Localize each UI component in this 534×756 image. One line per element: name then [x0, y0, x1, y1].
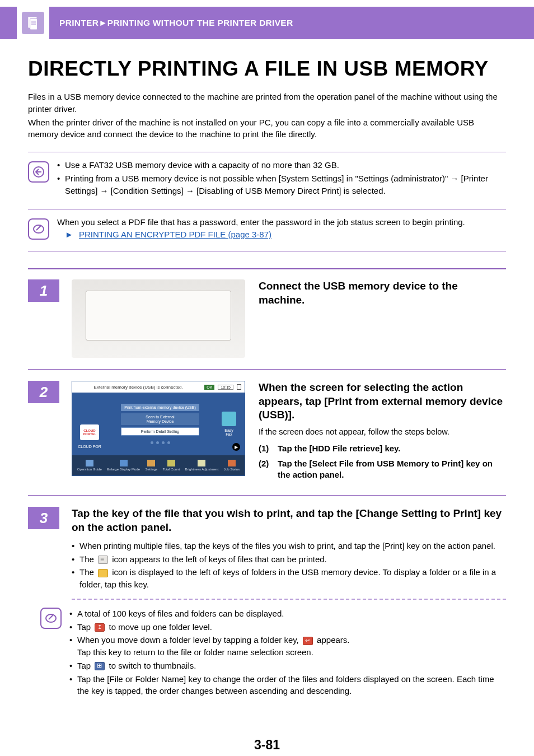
bot-job-status: Job Status: [224, 460, 240, 471]
bot-brightness: Brightness Adjustment: [185, 460, 219, 471]
step-1-heading: Connect the USB memory device to the mac…: [259, 279, 506, 307]
cloud-portal-icon: CLOUDPORTAL: [80, 424, 99, 440]
step-3-note-4: Tap to switch to thumbnails.: [69, 660, 506, 672]
step-2-sub: If the screen does not appear, follow th…: [259, 426, 506, 437]
folder-up-icon: [95, 623, 105, 632]
step-3-heading: Tap the key of the file that you wish to…: [72, 507, 506, 534]
easy-fax-label: EasyFax: [224, 428, 233, 436]
dashed-separator: [72, 599, 506, 600]
step-2: 2 External memory device (USB) is connec…: [28, 381, 506, 484]
panel-time: 10:15: [218, 385, 233, 390]
bot-enlarge-display: Enlarge Display Mode: [107, 460, 140, 471]
panel-msg: External memory device (USB) is connecte…: [76, 385, 201, 390]
step-3-note-1: A total of 100 keys of files and folders…: [69, 608, 506, 620]
link-arrow-icon: ►: [65, 230, 73, 239]
step-3-bullet-3: The icon is displayed to the left of key…: [72, 566, 506, 591]
step-3: 3 Tap the key of the file that you wish …: [28, 507, 506, 698]
restriction-callout: Use a FAT32 USB memory device with a cap…: [28, 157, 506, 200]
page-number: 3-81: [28, 738, 506, 753]
cloud-portal-label: CLOUD POR: [78, 445, 101, 449]
pencil-note-icon: [28, 218, 49, 240]
note-text: When you select a PDF file that has a pa…: [57, 216, 506, 228]
step-3-bullet-1: When printing multiple files, tap the ke…: [72, 540, 506, 552]
step-2-item-2: (2) Tap the [Select File from USB Memory…: [259, 458, 506, 481]
breadcrumb-separator: ►: [99, 18, 107, 27]
section-icon: [17, 7, 49, 39]
restrict-bullet-1: Use a FAT32 USB memory device with a cap…: [57, 159, 506, 171]
panel-btn-print-usb: Print from external memory device (USB): [121, 404, 199, 411]
folder-return-icon: [303, 637, 313, 645]
step-3-note-5: Tap the [File or Folder Name] key to cha…: [69, 673, 506, 698]
step-3-badge: 3: [28, 507, 59, 529]
easy-fax-icon: [222, 412, 236, 426]
step-2-illustration: External memory device (USB) is connecte…: [72, 381, 245, 484]
printer-doc-icon: [26, 16, 40, 30]
step-3-note-3: When you move down a folder level by tap…: [69, 634, 506, 659]
file-lines-icon: [98, 556, 108, 564]
no-entry-icon: [28, 161, 49, 183]
bot-total-count: Total Count: [163, 460, 180, 471]
folder-icon: [98, 569, 108, 577]
thumbnails-icon: [95, 662, 105, 670]
page-title: DIRECTLY PRINTING A FILE IN USB MEMORY: [28, 57, 506, 81]
step-3-note-2: Tap to move up one folder level.: [69, 621, 506, 633]
restrict-bullet-2: Printing from a USB memory device is not…: [57, 172, 506, 197]
pager-dots-icon: [151, 441, 170, 444]
svg-rect-1: [30, 18, 38, 29]
bot-operation-guide: Operation Guide: [77, 460, 102, 471]
breadcrumb-section: PRINTER: [59, 18, 99, 27]
step-1-illustration: [72, 279, 245, 358]
battery-icon: [237, 384, 241, 390]
pencil-note-icon: [40, 608, 62, 629]
encrypted-pdf-link[interactable]: PRINTING AN ENCRYPTED PDF FILE (page 3-8…: [79, 230, 271, 239]
panel-btn-detail: Perform Detail Setting: [121, 427, 199, 436]
bot-settings: Settings: [146, 460, 158, 471]
step-2-item-1: (1) Tap the [HDD File retrieve] key.: [259, 443, 506, 454]
panel-btn-scan-ext: Scan to ExternalMemory Device: [121, 413, 199, 425]
step-3-bullet-2: The icon appears to the left of keys of …: [72, 553, 506, 566]
svg-point-6: [34, 225, 44, 233]
breadcrumb: PRINTER►PRINTING WITHOUT THE PRINTER DRI…: [59, 18, 293, 28]
step-1-badge: 1: [28, 279, 59, 302]
breadcrumb-page: PRINTING WITHOUT THE PRINTER DRIVER: [107, 18, 293, 27]
svg-point-7: [46, 614, 56, 622]
intro-text: Files in a USB memory device connected t…: [28, 91, 506, 141]
note-callout: When you select a PDF file that has a pa…: [28, 214, 506, 242]
panel-ok: OK: [204, 385, 214, 390]
step-2-badge: 2: [28, 381, 59, 403]
step-2-heading: When the screen for selecting the action…: [259, 381, 506, 422]
step-1: 1 Connect the USB memory device to the m…: [28, 279, 506, 358]
page-header: PRINTER►PRINTING WITHOUT THE PRINTER DRI…: [0, 7, 534, 39]
